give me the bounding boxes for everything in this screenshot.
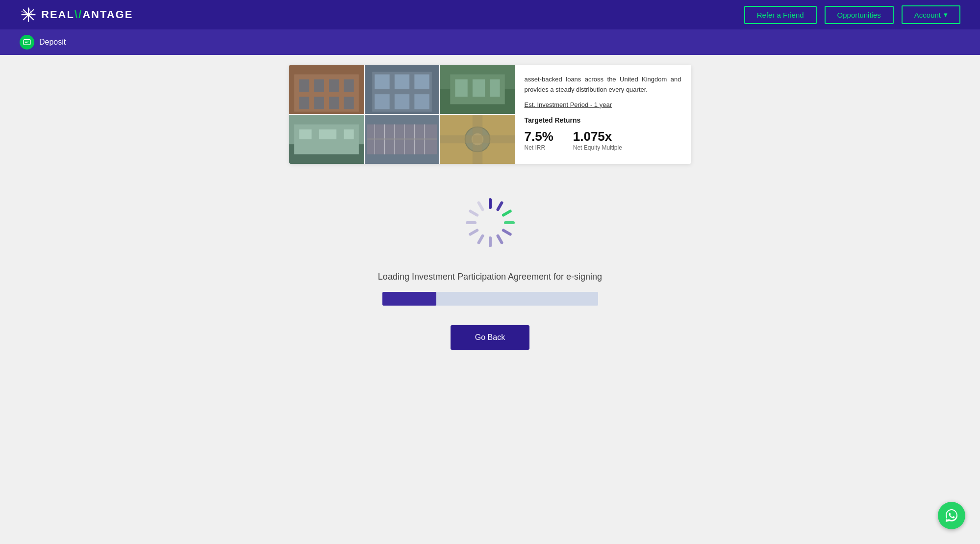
property-image-4 bbox=[289, 115, 364, 164]
net-irr-label: Net IRR bbox=[525, 144, 553, 151]
svg-rect-61 bbox=[477, 234, 484, 245]
main-content: asset-backed loans across the United Kin… bbox=[0, 55, 980, 544]
main-header: REAL\/ANTAGE Refer a Friend Opportunitie… bbox=[0, 0, 980, 29]
svg-rect-30 bbox=[472, 79, 484, 97]
svg-rect-36 bbox=[319, 130, 336, 139]
property-images bbox=[289, 65, 515, 164]
svg-rect-35 bbox=[299, 130, 311, 139]
svg-rect-22 bbox=[414, 75, 429, 89]
net-irr-value: 7.5% bbox=[525, 129, 553, 144]
returns-values: 7.5% Net IRR 1.075x Net Equity Multiple bbox=[525, 129, 681, 151]
opportunities-button[interactable]: Opportunities bbox=[825, 6, 894, 24]
deposit-icon bbox=[20, 35, 34, 50]
svg-rect-20 bbox=[375, 75, 389, 89]
svg-rect-56 bbox=[501, 209, 512, 217]
svg-rect-16 bbox=[329, 97, 339, 109]
svg-rect-17 bbox=[344, 97, 353, 109]
svg-rect-55 bbox=[496, 201, 503, 211]
svg-rect-31 bbox=[490, 79, 500, 97]
svg-rect-63 bbox=[466, 221, 477, 224]
svg-rect-14 bbox=[299, 97, 309, 109]
svg-rect-53 bbox=[440, 135, 515, 143]
loading-text: Loading Investment Participation Agreeme… bbox=[378, 272, 602, 282]
refer-friend-button[interactable]: Refer a Friend bbox=[744, 6, 817, 24]
account-label: Account bbox=[914, 11, 941, 19]
whatsapp-button[interactable] bbox=[938, 502, 965, 529]
property-image-2 bbox=[365, 65, 439, 114]
net-irr-item: 7.5% Net IRR bbox=[525, 129, 553, 151]
progress-bar-fill bbox=[382, 292, 436, 306]
go-back-button[interactable]: Go Back bbox=[451, 325, 529, 350]
svg-rect-10 bbox=[299, 79, 309, 92]
progress-bar-container bbox=[382, 292, 598, 306]
account-button[interactable]: Account ▾ bbox=[902, 5, 960, 24]
property-image-3 bbox=[440, 65, 515, 114]
logo-text: REAL\/ANTAGE bbox=[41, 8, 133, 21]
svg-rect-62 bbox=[468, 228, 479, 236]
net-equity-label: Net Equity Multiple bbox=[573, 144, 622, 151]
logo[interactable]: REAL\/ANTAGE bbox=[20, 6, 133, 24]
svg-rect-23 bbox=[375, 94, 389, 109]
svg-rect-57 bbox=[504, 221, 515, 224]
net-equity-item: 1.075x Net Equity Multiple bbox=[573, 129, 622, 151]
sub-header: Deposit bbox=[0, 29, 980, 55]
svg-rect-54 bbox=[489, 198, 492, 209]
svg-rect-65 bbox=[477, 201, 484, 211]
property-description: asset-backed loans across the United Kin… bbox=[525, 75, 681, 95]
est-investment-link[interactable]: Est. Investment Period - 1 year bbox=[525, 101, 681, 108]
svg-rect-37 bbox=[344, 130, 353, 139]
svg-rect-7 bbox=[24, 40, 30, 45]
targeted-returns-label: Targeted Returns bbox=[525, 116, 681, 124]
svg-rect-60 bbox=[489, 236, 492, 247]
svg-rect-15 bbox=[314, 97, 324, 109]
loading-spinner bbox=[461, 193, 520, 252]
property-info: asset-backed loans across the United Kin… bbox=[515, 65, 691, 164]
property-card: asset-backed loans across the United Kin… bbox=[289, 65, 691, 164]
nav-buttons: Refer a Friend Opportunities Account ▾ bbox=[744, 5, 960, 24]
property-image-6 bbox=[440, 115, 515, 164]
svg-rect-58 bbox=[501, 228, 512, 236]
svg-rect-11 bbox=[314, 79, 324, 92]
deposit-label: Deposit bbox=[39, 38, 66, 47]
property-image-5 bbox=[365, 115, 439, 164]
svg-rect-29 bbox=[455, 79, 467, 97]
svg-point-6 bbox=[27, 13, 29, 16]
net-equity-value: 1.075x bbox=[573, 129, 622, 144]
chevron-down-icon: ▾ bbox=[944, 10, 948, 19]
svg-rect-24 bbox=[394, 94, 409, 109]
svg-rect-21 bbox=[394, 75, 409, 89]
svg-rect-59 bbox=[496, 234, 503, 245]
svg-rect-25 bbox=[414, 94, 429, 109]
svg-rect-12 bbox=[329, 79, 339, 92]
loading-section: Loading Investment Participation Agreeme… bbox=[0, 193, 980, 350]
property-image-1 bbox=[289, 65, 364, 114]
svg-rect-64 bbox=[468, 209, 479, 217]
svg-rect-13 bbox=[344, 79, 353, 92]
svg-rect-47 bbox=[367, 138, 437, 140]
